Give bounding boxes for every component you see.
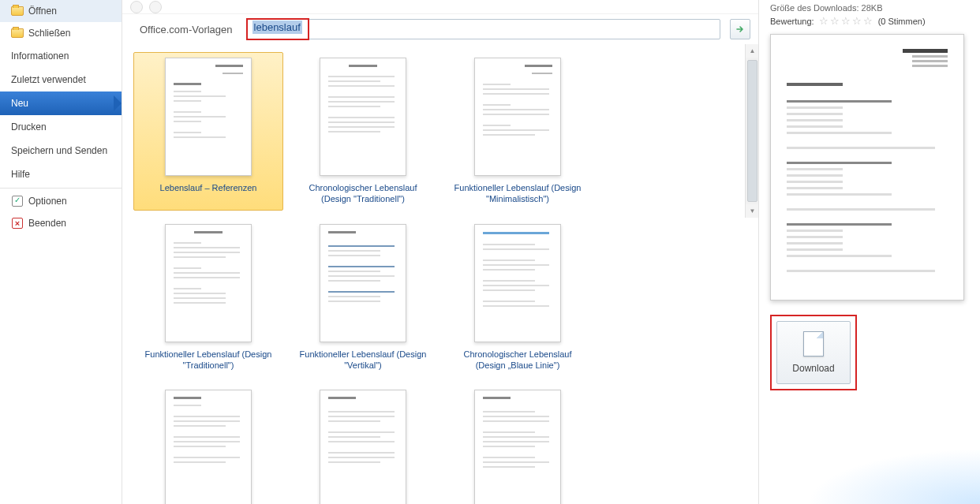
template-label: Funktioneller Lebenslauf (Design "Vertik… xyxy=(294,349,432,371)
template-thumb xyxy=(320,58,406,176)
decorative-flare xyxy=(806,449,980,504)
arrow-right-icon xyxy=(735,24,745,34)
rating-votes: (0 Stimmen) xyxy=(878,17,926,26)
sidebar-print[interactable]: Drucken xyxy=(0,115,122,139)
template-item[interactable]: Funktioneller Lebenslauf (Design "Minima… xyxy=(443,52,593,211)
template-thumb xyxy=(165,390,252,504)
back-icon[interactable] xyxy=(130,1,143,13)
sidebar-recent[interactable]: Zuletzt verwendet xyxy=(0,68,122,91)
star-icon: ☆ xyxy=(852,16,862,26)
folder-open-icon xyxy=(11,5,24,17)
sidebar-info-label: Informationen xyxy=(11,50,69,62)
template-thumb xyxy=(320,390,406,504)
rating-row: Bewertung: ☆ ☆ ☆ ☆ ☆ (0 Stimmen) xyxy=(770,16,969,26)
sidebar-open-label: Öffnen xyxy=(28,6,57,17)
rating-stars[interactable]: ☆ ☆ ☆ ☆ ☆ xyxy=(819,16,873,26)
search-wrap: lebenslauf xyxy=(247,19,720,39)
template-thumb xyxy=(165,224,252,342)
template-label: Chronologischer Lebenslauf (Design „Blau… xyxy=(448,349,587,371)
download-label: Download xyxy=(792,363,834,374)
download-button[interactable]: Download xyxy=(776,321,851,384)
gallery-scrollbar[interactable]: ▲ ▼ xyxy=(745,44,758,218)
sidebar-separator xyxy=(0,188,122,189)
sidebar-print-label: Drucken xyxy=(11,121,47,133)
template-item[interactable]: Chronologischer Lebenslauf (Design "Trad… xyxy=(288,52,438,211)
sidebar-options-label: Optionen xyxy=(28,196,67,207)
template-item[interactable]: Chronologischer Lebenslauf (Traditionell… xyxy=(443,384,593,504)
sidebar-info[interactable]: Informationen xyxy=(0,44,122,68)
template-label: Lebenslauf – Referenzen xyxy=(160,182,257,193)
main-content: Office.com-Vorlagen lebenslauf Lebenslau… xyxy=(122,0,759,504)
preview-name xyxy=(903,49,948,53)
template-preview xyxy=(770,34,964,301)
search-value: lebenslauf xyxy=(252,21,302,34)
template-grid: Lebenslauf – Referenzen Chronologischer … xyxy=(133,52,747,504)
breadcrumb-bar: Office.com-Vorlagen lebenslauf xyxy=(122,14,758,44)
preview-panel: Größe des Downloads: 28KB Bewertung: ☆ ☆… xyxy=(759,0,980,504)
sidebar-exit-label: Beenden xyxy=(28,218,66,229)
sidebar-new-label: Neu xyxy=(11,98,28,109)
breadcrumb[interactable]: Office.com-Vorlagen xyxy=(130,21,242,39)
template-label: Chronologischer Lebenslauf (Design "Trad… xyxy=(294,182,432,205)
sidebar-new[interactable]: Neu xyxy=(0,91,122,115)
template-item[interactable]: Lebenslauf xyxy=(288,384,438,504)
search-input[interactable]: lebenslauf xyxy=(247,19,720,39)
folder-close-icon xyxy=(11,27,24,39)
template-label: Funktioneller Lebenslauf (Design "Minima… xyxy=(448,182,587,205)
sidebar-recent-label: Zuletzt verwendet xyxy=(11,74,86,85)
star-icon: ☆ xyxy=(863,16,873,26)
options-icon xyxy=(11,195,24,207)
scroll-thumb[interactable] xyxy=(747,60,757,202)
exit-icon: × xyxy=(11,217,24,230)
template-thumb xyxy=(474,390,561,504)
forward-icon[interactable] xyxy=(149,1,162,13)
sidebar-help-label: Hilfe xyxy=(11,169,30,180)
sidebar-help[interactable]: Hilfe xyxy=(0,162,122,186)
template-item[interactable]: Chronologischer Lebenslauf (Minimalistis… xyxy=(133,384,283,504)
template-item[interactable]: Chronologischer Lebenslauf (Design „Blau… xyxy=(443,218,593,377)
sidebar-close-label: Schließen xyxy=(28,28,70,39)
sidebar-close[interactable]: Schließen xyxy=(0,22,122,44)
scroll-up-icon[interactable]: ▲ xyxy=(746,44,758,58)
download-size: Größe des Downloads: 28KB xyxy=(770,3,969,13)
template-thumb xyxy=(474,58,561,176)
sidebar-save-send-label: Speichern und Senden xyxy=(11,145,107,156)
sidebar-exit[interactable]: × Beenden xyxy=(0,212,122,234)
template-thumb xyxy=(320,224,406,342)
template-label: Funktioneller Lebenslauf (Design "Tradit… xyxy=(139,349,278,371)
template-item[interactable]: Funktioneller Lebenslauf (Design "Vertik… xyxy=(288,218,438,377)
backstage-sidebar: Öffnen Schließen Informationen Zuletzt v… xyxy=(0,0,122,504)
template-gallery: Lebenslauf – Referenzen Chronologischer … xyxy=(122,44,758,504)
template-thumb xyxy=(474,224,561,342)
star-icon: ☆ xyxy=(819,16,829,26)
template-item[interactable]: Lebenslauf – Referenzen xyxy=(133,52,283,211)
sidebar-options[interactable]: Optionen xyxy=(0,190,122,212)
document-icon xyxy=(803,331,824,357)
star-icon: ☆ xyxy=(841,16,851,26)
search-go-button[interactable] xyxy=(730,19,750,39)
sidebar-save-send[interactable]: Speichern und Senden xyxy=(0,139,122,162)
toolbar-stub xyxy=(122,0,758,14)
preview-section xyxy=(787,83,843,86)
template-thumb xyxy=(165,58,252,176)
template-item[interactable]: Funktioneller Lebenslauf (Design "Tradit… xyxy=(133,218,283,377)
annotation-download-highlight: Download xyxy=(770,315,857,390)
rating-label: Bewertung: xyxy=(770,17,814,26)
scroll-down-icon[interactable]: ▼ xyxy=(746,204,758,218)
star-icon: ☆ xyxy=(830,16,840,26)
sidebar-open[interactable]: Öffnen xyxy=(0,0,122,22)
